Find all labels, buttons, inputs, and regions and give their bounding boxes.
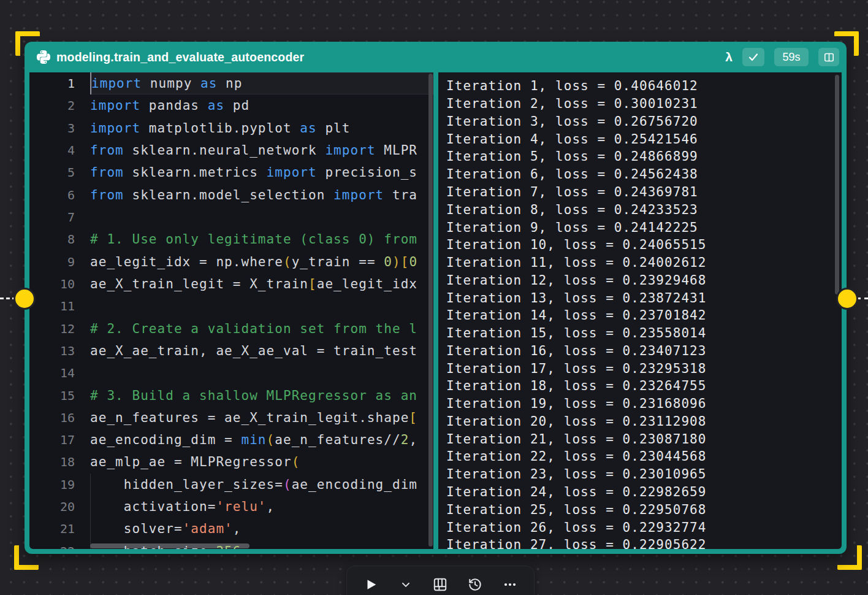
- code-line[interactable]: 4from sklearn.neural_network import MLPR: [29, 139, 433, 161]
- python-icon: [37, 50, 50, 64]
- split-view-button[interactable]: [818, 48, 839, 66]
- code-line-text: hidden_layer_sizes=(ae_encoding_dim: [90, 474, 433, 496]
- line-number: 9: [29, 255, 90, 269]
- code-line-text: # 1. Use only legitimate (class 0) from: [90, 228, 433, 250]
- line-number: 5: [29, 165, 90, 180]
- output-panel: Iteration 1, loss = 0.40646012Iteration …: [438, 72, 842, 549]
- code-line[interactable]: 8# 1. Use only legitimate (class 0) from: [29, 228, 433, 250]
- run-options-button[interactable]: [395, 574, 417, 595]
- line-number: 8: [29, 232, 90, 247]
- code-line-text: ae_legit_idx = np.where(y_train == 0)[0: [90, 251, 433, 273]
- code-line[interactable]: 3import matplotlib.pyplot as plt: [29, 117, 433, 139]
- code-line[interactable]: 11: [29, 295, 433, 317]
- history-button[interactable]: [464, 574, 486, 595]
- output-line: Iteration 7, loss = 0.24369781: [446, 183, 842, 201]
- line-number: 20: [29, 499, 90, 514]
- output-line: Iteration 3, loss = 0.26756720: [446, 113, 842, 131]
- line-number: 17: [29, 432, 90, 447]
- output-line: Iteration 11, loss = 0.24002612: [446, 254, 842, 272]
- code-editor[interactable]: 1import numpy as np2import pandas as pd3…: [29, 72, 433, 549]
- output-line: Iteration 1, loss = 0.40646012: [446, 77, 842, 95]
- output-line: Iteration 12, loss = 0.23929468: [446, 271, 842, 289]
- line-number: 14: [29, 366, 90, 380]
- line-number: 7: [29, 210, 90, 225]
- code-line-text: ae_encoding_dim = min(ae_n_features//2,: [90, 429, 433, 451]
- code-line-text: ae_n_features = ae_X_train_legit.shape[: [90, 407, 433, 429]
- code-line-text: from sklearn.model_selection import tra: [90, 184, 433, 206]
- output-line: Iteration 22, loss = 0.23044568: [446, 448, 842, 466]
- cell-title-bar[interactable]: modeling.train_and_evaluate_autoencoder …: [25, 42, 847, 72]
- code-line[interactable]: 9ae_legit_idx = np.where(y_train == 0)[0: [29, 251, 433, 273]
- code-line-text: batch_size=256: [90, 540, 433, 549]
- line-number: 4: [29, 143, 90, 158]
- layout-grid-button[interactable]: [429, 574, 451, 595]
- code-line[interactable]: 5from sklearn.metrics import precision_s: [29, 161, 433, 183]
- code-line-text: from sklearn.neural_network import MLPR: [90, 139, 433, 161]
- more-options-button[interactable]: [499, 574, 521, 595]
- code-line[interactable]: 17ae_encoding_dim = min(ae_n_features//2…: [29, 429, 433, 451]
- runtime-badge[interactable]: 59s: [774, 48, 809, 66]
- code-line[interactable]: 15# 3. Build a shallow MLPRegressor as a…: [29, 384, 433, 406]
- code-line-text: ae_X_ae_train, ae_X_ae_val = train_test: [90, 340, 433, 362]
- run-button[interactable]: [360, 574, 382, 595]
- output-vertical-scrollbar[interactable]: [835, 75, 839, 294]
- code-line-text: [90, 362, 433, 384]
- code-line[interactable]: 6from sklearn.model_selection import tra: [29, 184, 433, 206]
- line-number: 18: [29, 455, 90, 469]
- code-line[interactable]: 7: [29, 206, 433, 228]
- output-line: Iteration 5, loss = 0.24866899: [446, 148, 842, 166]
- code-line[interactable]: 16ae_n_features = ae_X_train_legit.shape…: [29, 407, 433, 429]
- line-number: 19: [29, 477, 90, 492]
- code-line-text: ae_mlp_ae = MLPRegressor(: [90, 451, 433, 473]
- line-number: 16: [29, 410, 90, 425]
- output-line: Iteration 21, loss = 0.23087180: [446, 430, 842, 448]
- code-line[interactable]: 14: [29, 362, 433, 384]
- output-line: Iteration 20, loss = 0.23112908: [446, 413, 842, 431]
- code-line[interactable]: 19 hidden_layer_sizes=(ae_encoding_dim: [29, 474, 433, 496]
- line-number: 3: [29, 121, 90, 136]
- code-line-text: activation='relu',: [90, 496, 433, 518]
- line-number: 22: [29, 544, 90, 549]
- chevron-down-icon: [400, 578, 412, 591]
- connection-handle-left[interactable]: [13, 288, 36, 310]
- code-vertical-scrollbar[interactable]: [428, 74, 433, 547]
- output-line: Iteration 18, loss = 0.23264755: [446, 377, 842, 395]
- output-line: Iteration 6, loss = 0.24562438: [446, 166, 842, 183]
- code-line-text: # 3. Build a shallow MLPRegressor as an: [90, 384, 433, 406]
- output-line: Iteration 17, loss = 0.23295318: [446, 359, 842, 377]
- code-line[interactable]: 13ae_X_ae_train, ae_X_ae_val = train_tes…: [29, 340, 433, 362]
- code-line[interactable]: 1import numpy as np: [29, 72, 433, 94]
- code-line[interactable]: 12# 2. Create a validation set from the …: [29, 317, 433, 339]
- code-line-text: [90, 295, 433, 317]
- code-line[interactable]: 10ae_X_train_legit = X_train[ae_legit_id…: [29, 273, 433, 295]
- code-line[interactable]: 2import pandas as pd: [29, 94, 433, 117]
- line-number: 10: [29, 277, 90, 291]
- run-status-button[interactable]: [742, 48, 764, 66]
- history-icon: [468, 577, 482, 592]
- output-line: Iteration 4, loss = 0.25421546: [446, 130, 842, 148]
- code-line[interactable]: 18ae_mlp_ae = MLPRegressor(: [29, 451, 433, 473]
- output-line: Iteration 10, loss = 0.24065515: [446, 236, 842, 254]
- output-line: Iteration 26, loss = 0.22932774: [446, 518, 842, 536]
- line-number: 2: [29, 98, 90, 113]
- cell-title: modeling.train_and_evaluate_autoencoder: [56, 50, 304, 64]
- code-line[interactable]: 21 solver='adam',: [29, 518, 433, 540]
- output-line: Iteration 16, loss = 0.23407123: [446, 342, 842, 359]
- code-line-text: import matplotlib.pyplot as plt: [90, 117, 433, 139]
- lambda-icon: λ: [721, 50, 736, 64]
- output-line: Iteration 15, loss = 0.23558014: [446, 324, 842, 342]
- layout-grid-icon: [432, 577, 448, 593]
- connection-line-right: [857, 298, 868, 299]
- line-number: 12: [29, 321, 90, 336]
- output-line: Iteration 8, loss = 0.24233523: [446, 201, 842, 218]
- output-line: Iteration 24, loss = 0.22982659: [446, 483, 842, 501]
- output-line: Iteration 14, loss = 0.23701842: [446, 307, 842, 324]
- ellipsis-icon: [503, 577, 517, 592]
- canvas: { "window": { "title": "modeling.train_a…: [0, 0, 868, 595]
- code-line[interactable]: 22 batch_size=256: [29, 540, 433, 549]
- code-line[interactable]: 20 activation='relu',: [29, 496, 433, 518]
- code-line-text: import numpy as np: [90, 72, 433, 94]
- play-icon: [364, 578, 378, 591]
- connection-handle-right[interactable]: [836, 288, 858, 310]
- output-line: Iteration 19, loss = 0.23168096: [446, 395, 842, 413]
